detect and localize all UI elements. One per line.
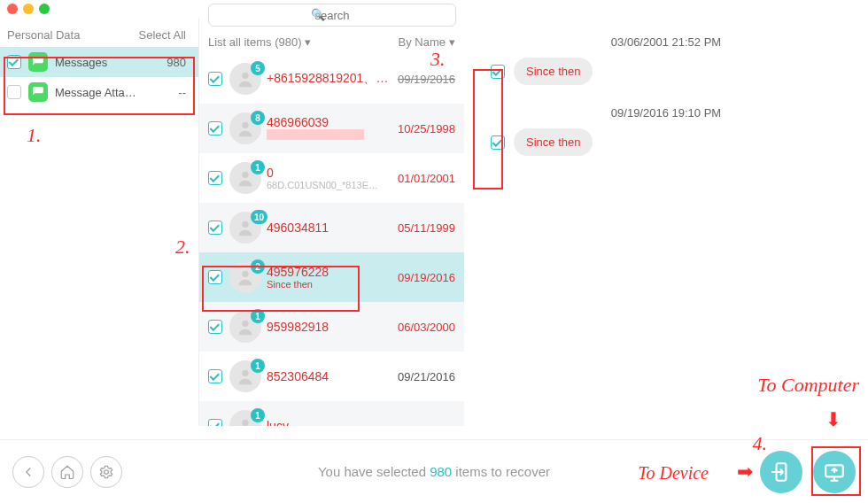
thread-checkbox[interactable]: [208, 320, 222, 334]
unread-badge: 1: [251, 408, 265, 422]
thread-checkbox[interactable]: [208, 72, 222, 86]
avatar: 1: [229, 162, 261, 194]
thread-checkbox[interactable]: [208, 369, 222, 383]
unread-badge: 1: [251, 359, 265, 373]
thread-checkbox[interactable]: [208, 270, 222, 284]
avatar: 5: [229, 63, 261, 95]
sidebar-header: Personal Data: [7, 28, 80, 42]
thread-title: 852306484: [267, 369, 392, 383]
thread-row[interactable]: 848696603910/25/1998: [199, 104, 464, 153]
message-row: Since then: [491, 58, 850, 85]
thread-checkbox[interactable]: [208, 121, 222, 135]
svg-point-7: [242, 420, 248, 426]
search-input[interactable]: [208, 4, 456, 27]
avatar: 8: [229, 112, 261, 144]
messages-icon: [28, 52, 48, 72]
avatar: 1: [229, 311, 261, 343]
thread-date: 05/11/1999: [398, 221, 455, 235]
sidebar-item-label: Messages: [55, 56, 107, 69]
thread-checkbox[interactable]: [208, 419, 222, 426]
message-bubble[interactable]: Since then: [514, 58, 593, 85]
message-timestamp: 03/06/2001 21:52 PM: [482, 35, 850, 49]
svg-point-5: [242, 321, 248, 327]
unread-badge: 10: [251, 210, 267, 224]
checkbox-icon[interactable]: [7, 55, 21, 69]
back-button[interactable]: [12, 456, 44, 488]
thread-row[interactable]: 185230648409/21/2016: [199, 352, 464, 401]
message-checkbox[interactable]: [491, 135, 505, 150]
avatar: 2: [229, 261, 261, 293]
thread-row[interactable]: 2495976228Since then09/19/2016: [199, 252, 464, 302]
svg-point-3: [242, 221, 248, 228]
export-to-computer-button[interactable]: [813, 451, 856, 493]
avatar: 1: [229, 360, 261, 392]
sidebar-item-messages[interactable]: Messages 980: [0, 47, 198, 77]
thread-title: 486966039: [267, 115, 392, 129]
search-bar[interactable]: 🔍: [208, 4, 456, 27]
sidebar-item-count: 980: [167, 56, 186, 69]
list-filter-dropdown[interactable]: List all items (980) ▾: [208, 35, 311, 49]
thread-list-panel: 🔍 List all items (980) ▾ By Name ▾ 5+861…: [198, 18, 464, 425]
chevron-down-icon: ▾: [305, 35, 311, 49]
svg-point-4: [242, 271, 248, 277]
window-close-button[interactable]: [7, 4, 18, 14]
unread-badge: 8: [251, 111, 265, 125]
sidebar-item-label: Message Atta…: [55, 86, 136, 99]
thread-row[interactable]: 1049603481105/11/1999: [199, 203, 464, 252]
thread-row[interactable]: 1lucy: [199, 401, 464, 426]
sidebar-item-count: --: [178, 86, 186, 99]
thread-title: 0: [267, 166, 392, 180]
thread-date: 10/25/1998: [398, 122, 455, 135]
chevron-down-icon: ▾: [449, 35, 455, 49]
footer-status: You have selected 980 items to recover: [318, 464, 550, 479]
sort-dropdown[interactable]: By Name ▾: [399, 35, 455, 49]
home-button[interactable]: [51, 456, 83, 488]
thread-checkbox[interactable]: [208, 221, 222, 235]
avatar: 1: [229, 410, 261, 426]
window-minimize-button[interactable]: [23, 4, 34, 14]
unread-badge: 5: [251, 61, 265, 75]
annotation-to-device: To Device: [638, 463, 709, 484]
thread-row[interactable]: 5+8615928819201、…09/19/2016: [199, 54, 464, 104]
annotation-to-computer: To Computer: [757, 374, 859, 397]
checkbox-icon[interactable]: [7, 85, 21, 99]
thread-row[interactable]: 195998291806/03/2000: [199, 302, 464, 352]
svg-point-1: [242, 122, 248, 128]
annotation-label-4: 4.: [753, 432, 768, 455]
sidebar: Personal Data Select All Messages 980 Me…: [0, 18, 198, 425]
conversation-panel: 03/06/2001 21:52 PM Since then 09/19/201…: [464, 18, 868, 425]
svg-point-6: [242, 370, 248, 376]
export-to-device-button[interactable]: [760, 451, 802, 493]
unread-badge: 1: [251, 160, 265, 174]
thread-title: 959982918: [267, 320, 392, 334]
thread-row[interactable]: 1068D.C01USN00_*813E…01/01/2001: [199, 153, 464, 203]
select-all-link[interactable]: Select All: [139, 28, 186, 42]
arrow-right-icon: ➡: [737, 460, 753, 484]
avatar: 10: [229, 212, 261, 244]
unread-badge: 2: [251, 259, 265, 274]
attachment-icon: [28, 82, 48, 102]
search-icon: 🔍: [311, 8, 325, 21]
thread-preview: [267, 129, 392, 142]
settings-button[interactable]: [90, 456, 122, 488]
message-bubble[interactable]: Since then: [514, 128, 593, 156]
thread-title: 496034811: [267, 221, 392, 235]
message-row: Since then: [491, 128, 850, 156]
unread-badge: 1: [251, 309, 265, 323]
annotation-label-2: 2.: [175, 236, 190, 259]
message-checkbox[interactable]: [491, 65, 505, 79]
sidebar-item-message-attachments[interactable]: Message Atta… --: [0, 77, 198, 107]
thread-date: 01/01/2001: [398, 172, 455, 185]
window-zoom-button[interactable]: [39, 4, 50, 14]
thread-preview: Since then: [267, 279, 392, 290]
thread-preview: 68D.C01USN00_*813E…: [267, 180, 392, 190]
svg-point-8: [105, 469, 109, 474]
thread-title: lucy: [267, 419, 450, 426]
thread-title: 495976228: [267, 265, 392, 279]
thread-checkbox[interactable]: [208, 171, 222, 185]
thread-date: 09/19/2016: [398, 73, 455, 86]
arrow-down-icon: ➡: [822, 411, 845, 427]
message-timestamp: 09/19/2016 19:10 PM: [482, 106, 850, 120]
annotation-label-1: 1.: [27, 124, 42, 147]
svg-point-2: [242, 172, 248, 178]
